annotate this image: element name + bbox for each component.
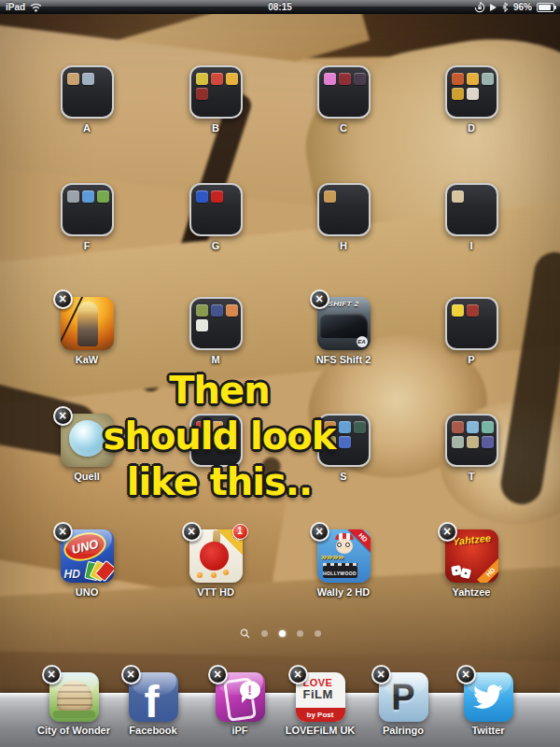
delete-icon[interactable]: × <box>310 289 329 309</box>
folder-t-icon[interactable] <box>445 414 498 467</box>
page-dots <box>261 630 321 637</box>
page-dot[interactable] <box>315 630 321 637</box>
palringo-icon[interactable]: P × <box>379 672 428 722</box>
delete-icon[interactable]: × <box>121 665 141 684</box>
facebook-icon[interactable]: f × <box>129 672 178 722</box>
delete-icon[interactable]: × <box>42 665 62 684</box>
lovefilm-icon[interactable]: LOVE FiLM by Post × <box>296 672 345 722</box>
folder-h-icon[interactable] <box>317 183 371 236</box>
delete-icon[interactable]: × <box>53 289 73 309</box>
dock-app-facebook[interactable]: f × Facebook <box>111 672 195 736</box>
wally-clapperboard: HOLLYWOOD <box>323 566 357 578</box>
delete-icon[interactable]: × <box>53 406 73 426</box>
folder-r-icon[interactable] <box>189 414 243 467</box>
mini-app-icon <box>482 421 494 433</box>
spotlight-search-icon[interactable] <box>240 628 250 639</box>
app-quell-label: Quell <box>40 471 133 482</box>
folder-a-icon[interactable] <box>61 65 114 119</box>
mini-app-icon <box>82 73 94 85</box>
folder-b[interactable]: B <box>169 65 262 134</box>
mini-app-icon <box>339 73 351 85</box>
folder-f-icon[interactable] <box>61 183 114 236</box>
folder-g-icon[interactable] <box>189 183 243 236</box>
delete-icon[interactable]: × <box>371 665 391 684</box>
folder-c-icon[interactable] <box>317 65 371 119</box>
mini-app-icon <box>467 436 479 448</box>
dock-app-lovefilm-uk[interactable]: LOVE FiLM by Post × LOVEFiLM UK <box>278 672 362 736</box>
delete-icon[interactable]: × <box>182 522 202 542</box>
folder-p[interactable]: P <box>425 297 518 365</box>
ipf-icon[interactable]: ! × <box>216 672 265 722</box>
dock-app-twitter[interactable]: × Twitter <box>446 672 530 736</box>
ea-logo: EA <box>357 336 368 347</box>
mini-app-icon <box>482 436 494 448</box>
app-quell-icon[interactable]: × <box>61 414 114 467</box>
dock-app-city-of-wonder[interactable]: × City of Wonder <box>32 672 116 736</box>
app-uno[interactable]: UNO HD × UNO <box>40 529 133 598</box>
folder-h[interactable]: H <box>297 183 390 251</box>
dock-app-palringo[interactable]: P × Palringo <box>361 672 445 736</box>
app-vtt-icon[interactable]: HD 1 × <box>189 529 243 583</box>
clock: 08:15 <box>268 2 292 12</box>
app-yahtzee[interactable]: Yahtzee HD × Yahtzee <box>425 529 518 598</box>
folder-i-icon[interactable] <box>445 183 498 236</box>
folder-s-icon[interactable] <box>317 414 371 467</box>
app-vtt-hd[interactable]: HD 1 × VTT HD <box>169 529 262 598</box>
folder-g[interactable]: G <box>169 183 262 251</box>
folder-mini-grid <box>452 73 496 100</box>
dock-label-facebook: Facebook <box>111 725 195 736</box>
delete-icon[interactable]: × <box>208 665 228 684</box>
delete-icon[interactable]: × <box>53 522 73 542</box>
app-wally-2-hd[interactable]: HD »»»» HOLLYWOOD × Wally 2 HD <box>297 529 390 598</box>
folder-t[interactable]: T <box>425 414 518 482</box>
folder-s[interactable]: S <box>297 414 390 482</box>
delete-icon[interactable]: × <box>288 665 308 684</box>
page-dot[interactable] <box>297 630 303 637</box>
notification-badge: 1 <box>232 524 248 540</box>
ipad-screen: iPad 08:15 96% <box>0 0 560 747</box>
city-of-wonder-icon[interactable]: × <box>49 672 99 722</box>
vtt-ball-graphic <box>211 572 217 578</box>
folder-d-icon[interactable] <box>445 65 498 119</box>
app-uno-icon[interactable]: UNO HD × <box>61 529 114 583</box>
delete-icon[interactable]: × <box>310 522 329 542</box>
folder-m[interactable]: M <box>169 297 262 365</box>
folder-f[interactable]: F <box>40 183 133 251</box>
mini-app-icon <box>339 436 351 448</box>
app-wally-icon[interactable]: HD »»»» HOLLYWOOD × <box>317 529 371 583</box>
page-dot-active[interactable] <box>279 630 286 637</box>
delete-icon[interactable]: × <box>438 522 457 542</box>
app-yahtzee-icon[interactable]: Yahtzee HD × <box>445 529 498 583</box>
folder-r[interactable]: R <box>169 414 262 482</box>
folder-a[interactable]: A <box>40 65 133 134</box>
folder-s-label: S <box>297 471 390 482</box>
folder-mini-grid <box>196 73 240 100</box>
app-nfs-shift-2[interactable]: SHIFT 2 EA × NFS Shift 2 <box>297 297 390 365</box>
app-quell[interactable]: × Quell <box>40 414 133 482</box>
wally-glasses-graphic <box>337 543 342 547</box>
delete-icon[interactable]: × <box>456 665 476 684</box>
battery-icon <box>537 3 554 12</box>
folder-c[interactable]: C <box>297 65 390 134</box>
app-kaw-icon[interactable]: × <box>61 297 114 350</box>
app-vtt-label: VTT HD <box>169 586 262 598</box>
mini-app-icon <box>196 319 208 331</box>
folder-a-label: A <box>40 122 133 134</box>
page-dot[interactable] <box>261 630 268 637</box>
status-bar: iPad 08:15 96% <box>0 0 560 14</box>
app-nfs-icon[interactable]: SHIFT 2 EA × <box>317 297 371 350</box>
vtt-ball-graphic <box>197 572 203 578</box>
dock-app-ipf[interactable]: ! × iPF <box>198 672 282 736</box>
twitter-icon[interactable]: × <box>464 672 513 722</box>
quell-orb-graphic <box>69 420 105 457</box>
folder-m-icon[interactable] <box>189 297 243 350</box>
app-kaw[interactable]: × KaW <box>40 297 133 365</box>
folder-i[interactable]: I <box>425 183 518 251</box>
mini-app-icon <box>467 88 479 100</box>
mini-app-icon <box>226 304 238 317</box>
folder-d[interactable]: D <box>425 65 518 134</box>
folder-d-label: D <box>425 122 518 134</box>
mini-app-icon <box>211 421 223 433</box>
folder-p-icon[interactable] <box>445 297 498 350</box>
folder-b-icon[interactable] <box>189 65 243 119</box>
